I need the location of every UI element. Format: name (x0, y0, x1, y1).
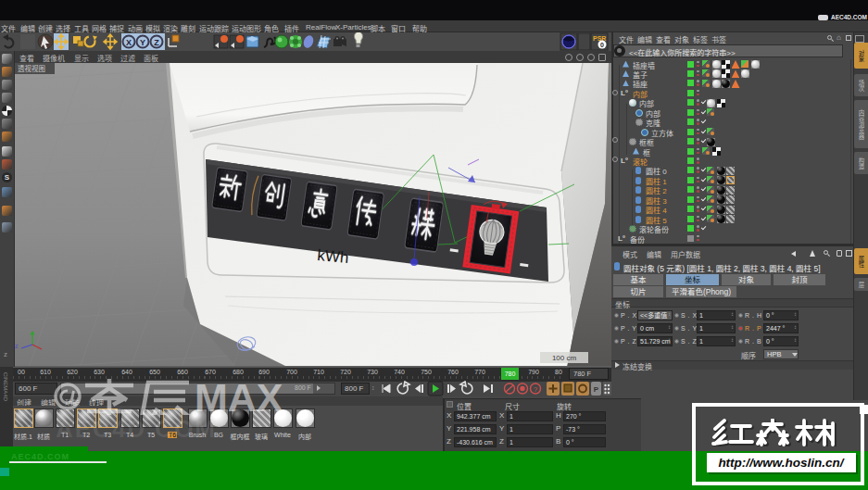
svg-text:100 cm: 100 cm (552, 354, 577, 362)
svg-text:MAX: MAX (195, 376, 283, 415)
svg-text:Y: Y (140, 38, 145, 47)
svg-text:P: P (594, 385, 599, 394)
svg-text:0: 0 (600, 42, 604, 48)
svg-text:透视视图: 透视视图 (18, 64, 45, 73)
svg-text:PSR: PSR (593, 35, 606, 42)
svg-text:z: z (15, 343, 19, 349)
svg-text:X: X (126, 38, 132, 47)
svg-text:kWh: kWh (317, 246, 350, 267)
svg-text:?: ? (534, 385, 538, 394)
svg-text:Z: Z (154, 38, 159, 47)
